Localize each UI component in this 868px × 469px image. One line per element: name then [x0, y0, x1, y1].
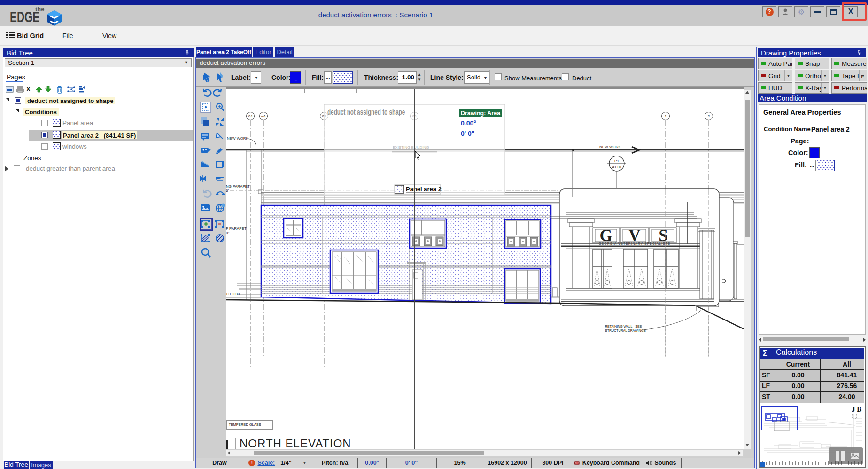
svg-text:RETAINING WALL - SEE: RETAINING WALL - SEE	[605, 325, 642, 328]
svg-text:0.00°: 0.00°	[461, 119, 476, 127]
svg-text:0": 0"	[226, 231, 229, 235]
svg-text:TEMPERED GLASS: TEMPERED GLASS	[229, 422, 261, 427]
svg-text:CT 0.00': CT 0.00'	[226, 292, 240, 296]
svg-text:NEW WORK: NEW WORK	[227, 136, 248, 141]
svg-text:J B: J B	[852, 406, 861, 413]
svg-text:STRUCTURAL DRAWINGS: STRUCTURAL DRAWINGS	[605, 329, 646, 332]
svg-text:A1.00: A1.00	[612, 165, 621, 169]
svg-text:eA: eA	[261, 114, 266, 118]
svg-text:1: 1	[665, 114, 667, 118]
svg-text:NG PARAPET: NG PARAPET	[226, 184, 250, 188]
svg-text:P1: P1	[614, 159, 619, 163]
svg-text:X: X	[26, 86, 31, 93]
svg-text:F PARAPET: F PARAPET	[226, 227, 247, 231]
svg-text:2: 2	[708, 114, 710, 118]
svg-text:NORTH ELEVATION: NORTH ELEVATION	[240, 437, 351, 449]
svg-text:=: =	[31, 89, 33, 94]
svg-text:Drawing: Area: Drawing: Area	[461, 110, 501, 117]
svg-text:6': 6'	[226, 188, 229, 193]
svg-text:Panel area 2: Panel area 2	[406, 186, 442, 193]
svg-text:deduct not assigned to shape: deduct not assigned to shape	[327, 108, 405, 117]
svg-text:0' 0": 0' 0"	[461, 130, 474, 137]
svg-text:NEW WORK: NEW WORK	[599, 145, 621, 149]
svg-text:0J: 0J	[248, 114, 252, 118]
